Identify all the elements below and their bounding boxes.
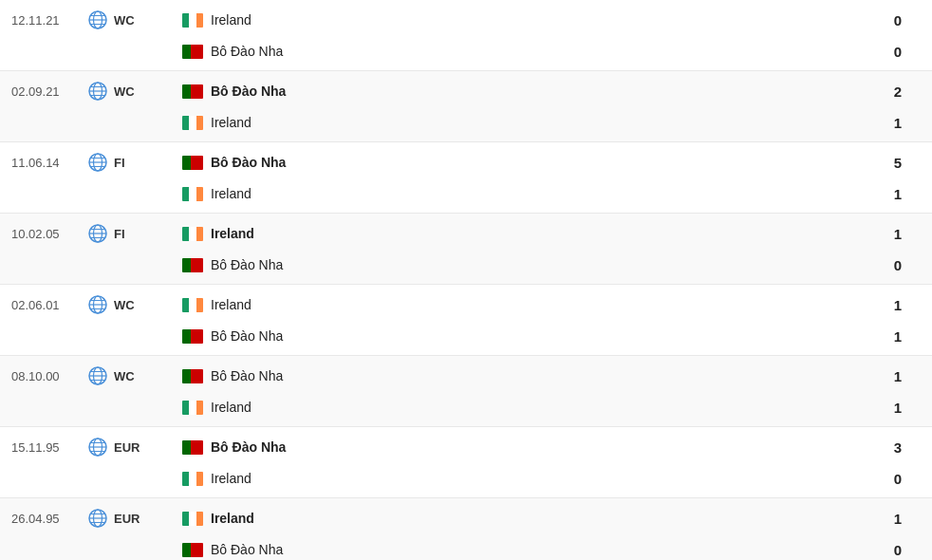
- competition-col: WC: [87, 365, 173, 386]
- team2-name: Ireland: [211, 115, 252, 130]
- match-row: 02.06.01 WC Ireland 1: [0, 285, 932, 321]
- match-row-2: Ireland 1: [0, 392, 932, 426]
- team1-name: Ireland: [211, 297, 252, 312]
- competition-label: EUR: [114, 440, 140, 455]
- competition-label: FI: [114, 227, 125, 241]
- team2-name: Bô Đào Nha: [211, 328, 283, 344]
- team1-col: Ireland: [173, 226, 883, 241]
- team2-name: Bô Đào Nha: [211, 542, 283, 557]
- team1-score: 1: [883, 368, 921, 384]
- portugal-flag: [182, 84, 203, 99]
- globe-icon: [87, 81, 108, 102]
- team2-col: Bô Đào Nha: [173, 257, 883, 272]
- match-row: 08.10.00 WC Bô Đào Nha 1: [0, 356, 932, 392]
- match-group: 02.06.01 WC Ireland 1 Bô Đào Nha 1: [0, 285, 932, 356]
- match-row: 02.09.21 WC Bô Đào Nha 2: [0, 71, 932, 107]
- ireland-flag: [182, 116, 203, 130]
- team2-col: Ireland: [173, 115, 883, 130]
- team1-score: 1: [883, 511, 921, 527]
- team1-name: Bô Đào Nha: [211, 155, 286, 170]
- globe-icon: [87, 365, 108, 386]
- match-group: 15.11.95 EUR Bô Đào Nha 3 Ireland 0: [0, 427, 932, 498]
- team2-score: 1: [883, 186, 921, 202]
- match-row: 11.06.14 FI Bô Đào Nha 5: [0, 142, 932, 178]
- ireland-flag: [182, 187, 203, 201]
- globe-icon: [87, 152, 108, 173]
- portugal-flag: [182, 258, 203, 272]
- ireland-flag: [182, 512, 203, 526]
- ireland-flag: [182, 472, 203, 486]
- competition-col: EUR: [87, 437, 173, 457]
- match-date: 02.09.21: [11, 84, 87, 99]
- portugal-flag: [182, 329, 203, 344]
- competition-col: WC: [87, 9, 173, 30]
- team2-score: 0: [883, 471, 921, 487]
- ireland-flag: [182, 13, 203, 28]
- competition-label: WC: [114, 298, 135, 312]
- team2-col: Bô Đào Nha: [173, 328, 883, 344]
- team2-score: 1: [883, 328, 921, 345]
- team1-score: 1: [883, 226, 921, 242]
- team1-col: Bô Đào Nha: [173, 84, 883, 99]
- portugal-flag: [182, 543, 203, 557]
- team1-name: Bô Đào Nha: [211, 368, 283, 383]
- team2-score: 1: [883, 115, 921, 131]
- team1-name: Bô Đào Nha: [211, 84, 286, 99]
- team1-score: 2: [883, 84, 921, 100]
- match-row: 12.11.21 WC Ireland 0: [0, 0, 932, 36]
- team2-col: Ireland: [173, 400, 883, 415]
- team2-col: Ireland: [173, 471, 883, 486]
- match-date: 08.10.00: [11, 369, 87, 383]
- match-row-2: Ireland 0: [0, 463, 932, 497]
- competition-col: FI: [87, 223, 173, 244]
- team2-score: 0: [883, 257, 921, 273]
- team2-score: 1: [883, 400, 921, 416]
- match-group: 26.04.95 EUR Ireland 1 Bô Đào Nha 0: [0, 498, 932, 560]
- match-row-2: Bô Đào Nha 0: [0, 250, 932, 284]
- portugal-flag: [182, 45, 203, 59]
- portugal-flag: [182, 156, 203, 170]
- team2-name: Ireland: [211, 471, 252, 486]
- competition-label: WC: [114, 84, 135, 99]
- globe-icon: [87, 9, 108, 30]
- ireland-flag: [182, 227, 203, 241]
- match-group: 02.09.21 WC Bô Đào Nha 2 Ireland 1: [0, 71, 932, 142]
- team2-name: Bô Đào Nha: [211, 257, 283, 272]
- ireland-flag: [182, 401, 203, 415]
- team2-col: Bô Đào Nha: [173, 542, 883, 557]
- team1-name: Ireland: [211, 12, 252, 28]
- competition-col: WC: [87, 81, 173, 102]
- team1-col: Ireland: [173, 12, 883, 28]
- match-date: 26.04.95: [11, 512, 87, 526]
- match-date: 12.11.21: [11, 13, 87, 28]
- globe-icon: [87, 294, 108, 315]
- globe-icon: [87, 223, 108, 244]
- team2-name: Ireland: [211, 186, 252, 201]
- team1-col: Ireland: [173, 297, 883, 312]
- match-row: 10.02.05 FI Ireland 1: [0, 214, 932, 250]
- match-group: 12.11.21 WC Ireland 0 Bô Đào Nha 0: [0, 0, 932, 71]
- team1-score: 3: [883, 439, 921, 456]
- match-group: 08.10.00 WC Bô Đào Nha 1 Ireland 1: [0, 356, 932, 427]
- match-row-2: Bô Đào Nha 0: [0, 36, 932, 70]
- match-row-2: Bô Đào Nha 1: [0, 321, 932, 355]
- team2-name: Ireland: [211, 400, 252, 415]
- team2-score: 0: [883, 542, 921, 558]
- match-date: 15.11.95: [11, 440, 87, 455]
- team1-name: Bô Đào Nha: [211, 439, 286, 455]
- portugal-flag: [182, 369, 203, 383]
- globe-icon: [87, 437, 108, 457]
- team1-col: Bô Đào Nha: [173, 155, 883, 170]
- match-row-2: Bô Đào Nha 0: [0, 534, 932, 560]
- team1-col: Bô Đào Nha: [173, 439, 883, 455]
- portugal-flag: [182, 440, 203, 455]
- competition-label: FI: [114, 156, 125, 170]
- match-row: 15.11.95 EUR Bô Đào Nha 3: [0, 427, 932, 463]
- competition-label: EUR: [114, 512, 140, 526]
- match-row-2: Ireland 1: [0, 178, 932, 213]
- globe-icon: [87, 508, 108, 529]
- match-row-2: Ireland 1: [0, 107, 932, 141]
- team1-col: Bô Đào Nha: [173, 368, 883, 383]
- competition-label: WC: [114, 369, 135, 383]
- team2-col: Bô Đào Nha: [173, 44, 883, 59]
